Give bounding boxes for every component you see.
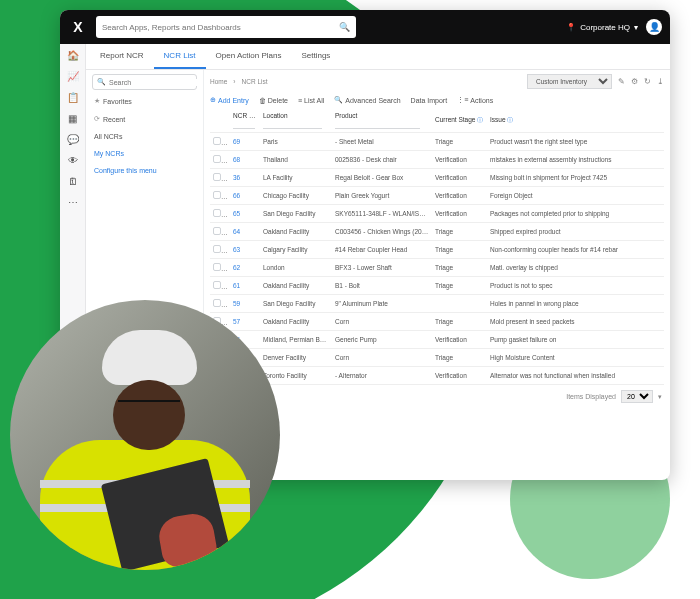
col-stage[interactable]: Current Stage ⓘ: [432, 108, 487, 133]
ncr-link[interactable]: 59: [233, 300, 240, 307]
cell-product: #14 Rebar Coupler Head: [332, 241, 432, 259]
eye-icon[interactable]: 👁: [68, 155, 78, 166]
table-row[interactable]: ✎62LondonBFX3 - Lower ShaftTriageMatl. o…: [210, 259, 664, 277]
cell-product: 9" Aluminum Plate: [332, 295, 432, 313]
filter-location[interactable]: [263, 119, 322, 129]
cell-issue: mistakes in external assembly instructio…: [487, 151, 664, 169]
table-row[interactable]: ✎69Paris- Sheet MetalTriageProduct wasn'…: [210, 133, 664, 151]
ncr-link[interactable]: 36: [233, 174, 240, 181]
pager-label: Items Displayed: [566, 393, 616, 400]
table-row[interactable]: ✎36LA FacilityRegal Beloit - Gear BoxVer…: [210, 169, 664, 187]
list-toolbar: ⊕ Add Entry 🗑 Delete ≡ List All 🔍 Advanc…: [210, 92, 664, 108]
grid-icon[interactable]: ▦: [68, 113, 77, 124]
add-entry-button[interactable]: ⊕ Add Entry: [210, 96, 249, 104]
actions-button[interactable]: ⋮≡ Actions: [457, 96, 493, 104]
filter-configure[interactable]: Configure this menu: [92, 164, 197, 177]
app-logo: X: [68, 17, 88, 37]
tab-ncr-list[interactable]: NCR List: [154, 44, 206, 69]
edit-icon[interactable]: ✎: [618, 77, 625, 86]
view-select[interactable]: Custom Inventory: [527, 74, 612, 89]
cell-stage: Verification: [432, 169, 487, 187]
table-header-row: NCR No. Location Product Current Stage ⓘ…: [210, 108, 664, 133]
ncr-link[interactable]: 61: [233, 282, 240, 289]
table-row[interactable]: ✎65San Diego FacilitySKY65111-348LF - WL…: [210, 205, 664, 223]
ncr-link[interactable]: 69: [233, 138, 240, 145]
more-icon[interactable]: ⋯: [68, 197, 78, 208]
table-row[interactable]: ✎59San Diego Facility9" Aluminum PlateHo…: [210, 295, 664, 313]
data-import-button[interactable]: Data Import: [411, 97, 448, 104]
row-checkbox[interactable]: [213, 227, 221, 235]
cell-location: London: [260, 259, 332, 277]
breadcrumb-home[interactable]: Home: [210, 78, 227, 85]
cell-location: Oakland Facility: [260, 223, 332, 241]
table-row[interactable]: ✎55Denver FacilityCornTriageHigh Moistur…: [210, 349, 664, 367]
breadcrumb-current: NCR List: [242, 78, 268, 85]
table-row[interactable]: ✎64Oakland FacilityC003456 - Chicken Win…: [210, 223, 664, 241]
filter-ncr-no[interactable]: [233, 119, 255, 129]
filter-recent[interactable]: Recent: [92, 112, 197, 126]
row-checkbox[interactable]: [213, 173, 221, 181]
gear-icon[interactable]: ⚙: [631, 77, 638, 86]
home-icon[interactable]: 🏠: [67, 50, 79, 61]
row-checkbox[interactable]: [213, 209, 221, 217]
location-picker[interactable]: 📍 Corporate HQ ▾: [566, 23, 638, 32]
filter-search[interactable]: 🔍: [92, 74, 197, 90]
ncr-link[interactable]: 65: [233, 210, 240, 217]
ncr-link[interactable]: 68: [233, 156, 240, 163]
pager-size[interactable]: 20: [621, 390, 653, 403]
cell-product: - Alternator: [332, 367, 432, 385]
user-avatar[interactable]: 👤: [646, 19, 662, 35]
row-checkbox[interactable]: [213, 299, 221, 307]
cell-location: Midland, Permian Basin: [260, 331, 332, 349]
col-product[interactable]: Product: [332, 108, 432, 133]
table-row[interactable]: ✎68Thailand0025836 - Desk chairVerificat…: [210, 151, 664, 169]
global-search[interactable]: 🔍: [96, 16, 356, 38]
info-icon[interactable]: ⓘ: [507, 117, 513, 123]
list-all-button[interactable]: ≡ List All: [298, 97, 324, 104]
ncr-link[interactable]: 66: [233, 192, 240, 199]
row-checkbox[interactable]: [213, 137, 221, 145]
cell-stage: Verification: [432, 205, 487, 223]
col-ncr-no[interactable]: NCR No.: [230, 108, 260, 133]
filter-product[interactable]: [335, 119, 420, 129]
cell-location: Oakland Facility: [260, 313, 332, 331]
tab-open-action-plans[interactable]: Open Action Plans: [206, 44, 292, 69]
message-icon[interactable]: 💬: [67, 134, 79, 145]
table-row[interactable]: ✎53Toronto Facility- AlternatorVerificat…: [210, 367, 664, 385]
row-checkbox[interactable]: [213, 245, 221, 253]
download-icon[interactable]: ⤓: [657, 77, 664, 86]
cell-location: Thailand: [260, 151, 332, 169]
ncr-link[interactable]: 64: [233, 228, 240, 235]
refresh-icon[interactable]: ↻: [644, 77, 651, 86]
ncr-link[interactable]: 57: [233, 318, 240, 325]
col-issue[interactable]: Issue ⓘ: [487, 108, 664, 133]
table-row[interactable]: ✎57Oakland FacilityCornTriageMold presen…: [210, 313, 664, 331]
table-row[interactable]: ✎66Chicago FacilityPlain Greek YogurtVer…: [210, 187, 664, 205]
info-icon[interactable]: ⓘ: [477, 117, 483, 123]
cell-location: Denver Facility: [260, 349, 332, 367]
table-row[interactable]: ✎56Midland, Permian BasinGeneric PumpVer…: [210, 331, 664, 349]
row-checkbox[interactable]: [213, 155, 221, 163]
clipboard-icon[interactable]: 📋: [67, 92, 79, 103]
calendar-icon[interactable]: 🗓: [68, 176, 78, 187]
cell-stage: Triage: [432, 133, 487, 151]
tab-report-ncr[interactable]: Report NCR: [90, 44, 154, 69]
table-row[interactable]: ✎61Oakland FacilityB1 - BoltTriageProduc…: [210, 277, 664, 295]
cell-product: SKY65111-348LF - WLAN/ISM Amplifier: [332, 205, 432, 223]
row-checkbox[interactable]: [213, 263, 221, 271]
col-location[interactable]: Location: [260, 108, 332, 133]
ncr-link[interactable]: 63: [233, 246, 240, 253]
filter-all-ncrs[interactable]: All NCRs: [92, 130, 197, 143]
delete-button[interactable]: 🗑 Delete: [259, 97, 288, 104]
row-checkbox[interactable]: [213, 191, 221, 199]
filter-search-input[interactable]: [109, 79, 197, 86]
filter-my-ncrs[interactable]: My NCRs: [92, 147, 197, 160]
advanced-search-button[interactable]: 🔍 Advanced Search: [334, 96, 400, 104]
table-row[interactable]: ✎63Calgary Facility#14 Rebar Coupler Hea…: [210, 241, 664, 259]
row-checkbox[interactable]: [213, 281, 221, 289]
ncr-link[interactable]: 62: [233, 264, 240, 271]
tab-settings[interactable]: Settings: [291, 44, 340, 69]
filter-favorites[interactable]: Favorites: [92, 94, 197, 108]
chart-icon[interactable]: 📈: [67, 71, 79, 82]
global-search-input[interactable]: [102, 23, 335, 32]
